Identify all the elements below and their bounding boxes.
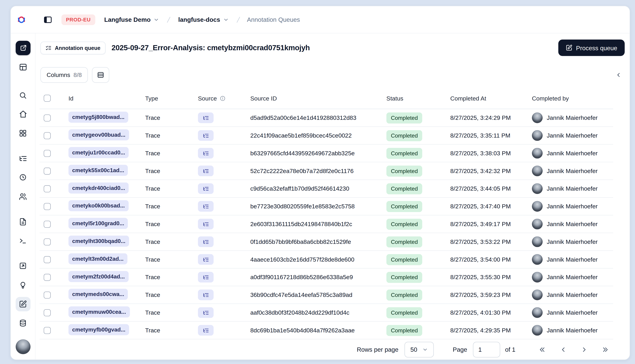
trace-source-button[interactable] bbox=[198, 112, 214, 123]
item-id-chip[interactable]: cmetymeds00cwa... bbox=[68, 289, 128, 300]
trace-source-button[interactable] bbox=[198, 183, 214, 194]
table-row[interactable]: cmetym2fz00d4ad... Trace a0df3f901167218… bbox=[40, 268, 613, 286]
item-id-chip[interactable]: cmetyju1r00ccad0... bbox=[68, 147, 129, 158]
table-row[interactable]: cmetymmuw00cea... Trace aaf0c38db0f3f204… bbox=[40, 304, 613, 322]
nav-datasets-button[interactable] bbox=[16, 316, 30, 330]
item-id-chip[interactable]: cmetyk55x00c1ad... bbox=[68, 165, 128, 176]
table-row[interactable]: cmetyg5j800bwad... Trace d5ad9d52a00c6e1… bbox=[40, 109, 613, 127]
project-switcher[interactable]: langfuse-docs bbox=[176, 14, 231, 25]
row-checkbox[interactable] bbox=[44, 327, 51, 334]
list-tree-icon bbox=[203, 327, 209, 333]
table-row[interactable]: cmetylt3m00d2ad... Trace 4aaece1603cb2e1… bbox=[40, 251, 613, 268]
open-external-button[interactable] bbox=[16, 41, 30, 55]
org-switcher[interactable]: Langfuse Demo bbox=[102, 14, 162, 25]
nav-users-button[interactable] bbox=[16, 189, 30, 204]
item-id-chip[interactable]: cmetyl5r100grad0... bbox=[68, 218, 128, 229]
source-id: a0df3f901167218d86b5286e6338a5e9 bbox=[250, 274, 386, 280]
collapse-panel-button[interactable] bbox=[612, 69, 625, 81]
last-page-button[interactable] bbox=[598, 342, 612, 356]
page-number-input[interactable] bbox=[473, 342, 500, 357]
nav-traces-button[interactable] bbox=[16, 151, 30, 166]
next-page-button[interactable] bbox=[577, 342, 591, 356]
nav-search-button[interactable] bbox=[16, 88, 30, 102]
item-id-chip[interactable]: cmetymyfb00gvad... bbox=[68, 324, 129, 335]
table-row[interactable]: cmetylht300bqad0... Trace 0f1dd65b7bb9bf… bbox=[40, 233, 613, 251]
list-tree-icon bbox=[203, 186, 209, 192]
row-checkbox[interactable] bbox=[44, 309, 51, 316]
trace-source-button[interactable] bbox=[198, 166, 214, 176]
trace-source-button[interactable] bbox=[198, 219, 214, 230]
row-checkbox[interactable] bbox=[44, 185, 51, 192]
column-header-source-id[interactable]: Source ID bbox=[250, 95, 386, 102]
page-label: Page bbox=[453, 346, 467, 353]
column-header-completed-at[interactable]: Completed At bbox=[450, 95, 532, 102]
row-checkbox[interactable] bbox=[44, 291, 51, 298]
nav-scores-button[interactable] bbox=[16, 278, 30, 292]
pagination-controls bbox=[535, 342, 612, 356]
row-checkbox[interactable] bbox=[44, 256, 51, 263]
trace-source-button[interactable] bbox=[198, 148, 214, 159]
table-row[interactable]: cmetyko0k00bsad... Trace be7723e30d80205… bbox=[40, 198, 613, 216]
completed-by-name: Jannik Maierhoefer bbox=[547, 203, 597, 210]
trace-source-button[interactable] bbox=[198, 201, 214, 212]
user-avatar bbox=[532, 272, 543, 282]
select-all-checkbox[interactable] bbox=[44, 95, 51, 102]
column-header-completed-by[interactable]: Completed by bbox=[532, 95, 613, 102]
user-avatar[interactable] bbox=[16, 340, 30, 354]
nav-prompts-button[interactable] bbox=[16, 214, 30, 229]
nav-home-button[interactable] bbox=[16, 107, 30, 122]
row-checkbox[interactable] bbox=[44, 220, 51, 228]
trace-source-button[interactable] bbox=[198, 236, 214, 247]
trace-source-button[interactable] bbox=[198, 325, 214, 336]
item-id-chip[interactable]: cmetymmuw00cea... bbox=[68, 306, 130, 318]
nav-tables-button[interactable] bbox=[16, 60, 30, 74]
first-page-button[interactable] bbox=[535, 342, 549, 356]
table-row[interactable]: cmetymeds00cwa... Trace 36b90cdfc47e5da1… bbox=[40, 286, 613, 304]
nav-playground-button[interactable] bbox=[16, 234, 30, 248]
completed-by-name: Jannik Maierhoefer bbox=[547, 256, 597, 263]
trace-source-button[interactable] bbox=[198, 272, 214, 282]
nav-evaluation-button[interactable] bbox=[16, 259, 30, 273]
item-id-chip[interactable]: cmetym2fz00d4ad... bbox=[68, 271, 128, 282]
list-checks-icon bbox=[45, 44, 52, 51]
columns-button[interactable]: Columns 8/8 bbox=[41, 67, 88, 83]
column-header-status[interactable]: Status bbox=[386, 95, 450, 102]
table-row[interactable]: cmetyju1r00ccad0... Trace b63297665cfd44… bbox=[40, 144, 613, 162]
row-checkbox[interactable] bbox=[44, 114, 51, 122]
previous-page-button[interactable] bbox=[556, 342, 570, 356]
table-row[interactable]: cmetygeov00buad... Trace 22c41f09acae5b1… bbox=[40, 127, 613, 144]
process-queue-button[interactable]: Process queue bbox=[558, 40, 625, 56]
row-checkbox[interactable] bbox=[44, 238, 51, 245]
trace-source-button[interactable] bbox=[198, 130, 214, 141]
column-header-source[interactable]: Source bbox=[198, 95, 250, 102]
sidebar-toggle-button[interactable] bbox=[42, 13, 54, 26]
table-row[interactable]: cmetykdr400ciad0... Trace c9d56ca32efaff… bbox=[40, 180, 613, 198]
item-id-chip[interactable]: cmetylht300bqad0... bbox=[68, 236, 129, 247]
trace-source-button[interactable] bbox=[198, 307, 214, 318]
row-checkbox[interactable] bbox=[44, 168, 51, 174]
trace-source-button[interactable] bbox=[198, 290, 214, 300]
table-row[interactable]: cmetyl5r100grad0... Trace 2e603f31361115… bbox=[40, 216, 613, 233]
status-badge: Completed bbox=[386, 325, 422, 336]
item-id-chip[interactable]: cmetykdr400ciad0... bbox=[68, 182, 129, 194]
nav-annotation-queues-button[interactable] bbox=[16, 297, 30, 311]
column-header-id[interactable]: Id bbox=[68, 95, 145, 102]
completed-by-name: Jannik Maierhoefer bbox=[547, 309, 597, 316]
table-row[interactable]: cmetymyfb00gvad... Trace 8dc69b1ba1e540b… bbox=[40, 322, 613, 340]
top-navigation-bar: PROD-EU Langfuse Demo langfuse-docs Anno… bbox=[11, 6, 630, 34]
nav-dashboards-button[interactable] bbox=[16, 126, 30, 140]
row-height-button[interactable] bbox=[92, 67, 109, 83]
item-id-chip[interactable]: cmetyko0k00bsad... bbox=[68, 200, 128, 211]
item-id-chip[interactable]: cmetyg5j800bwad... bbox=[68, 112, 128, 122]
row-checkbox[interactable] bbox=[44, 274, 51, 281]
row-checkbox[interactable] bbox=[44, 150, 51, 157]
trace-source-button[interactable] bbox=[198, 254, 214, 265]
nav-sessions-button[interactable] bbox=[16, 170, 30, 185]
column-header-type[interactable]: Type bbox=[145, 95, 198, 102]
row-checkbox[interactable] bbox=[44, 203, 51, 210]
item-id-chip[interactable]: cmetygeov00buad... bbox=[68, 129, 129, 140]
item-id-chip[interactable]: cmetylt3m00d2ad... bbox=[68, 253, 127, 264]
table-row[interactable]: cmetyk55x00c1ad... Trace 52c72c2222ea78e… bbox=[40, 162, 613, 180]
rows-per-page-select[interactable]: 50 bbox=[404, 342, 434, 357]
row-checkbox[interactable] bbox=[44, 132, 51, 139]
